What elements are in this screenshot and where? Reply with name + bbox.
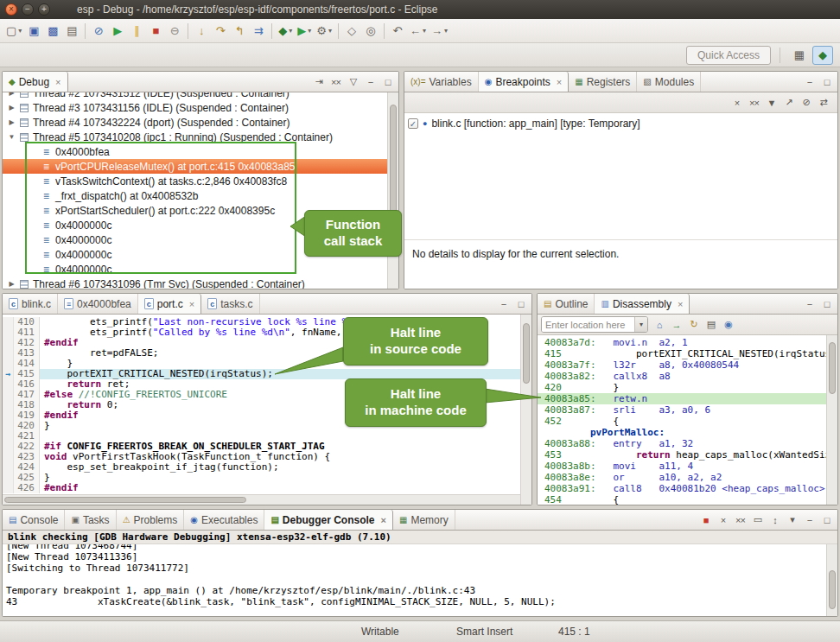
stack-frame-row[interactable]: ≡0x4000bfea: [3, 144, 387, 159]
remove-all-breakpoints-icon[interactable]: ××: [747, 95, 761, 111]
remove-breakpoint-icon[interactable]: ×: [729, 95, 744, 111]
stack-frame-row[interactable]: ≡vTaskSwitchContext() at tasks.c:2,846 0…: [3, 174, 387, 188]
bp-tab-modules[interactable]: ▧Modules: [637, 72, 701, 92]
search-button[interactable]: ◎: [361, 22, 380, 41]
link-with-debug-view-icon[interactable]: ⇄: [816, 95, 830, 111]
thread-row[interactable]: ▶Thread #6 1073431096 (Tmr Svc) (Suspend…: [3, 277, 387, 289]
minimize-view-icon[interactable]: −: [496, 296, 511, 312]
disassembly-line[interactable]: 40083a8b: movi a11, 4: [538, 461, 826, 472]
editor-horizontal-scrollbar[interactable]: [3, 494, 520, 505]
maximize-view-icon[interactable]: □: [819, 512, 834, 528]
close-tab-icon[interactable]: ×: [189, 299, 194, 309]
open-perspective-button[interactable]: ▦: [789, 46, 810, 65]
combo-dropdown-icon[interactable]: ▾: [634, 317, 647, 332]
disassembly-line[interactable]: 40083a82: callx8 a8: [538, 371, 826, 382]
stack-frame-row[interactable]: ≡0x4000000c: [3, 262, 387, 277]
scrollbar-thumb[interactable]: [4, 497, 246, 503]
window-minimize-button[interactable]: −: [22, 3, 34, 16]
breakpoint-checkbox[interactable]: ✓: [408, 118, 418, 129]
save-all-button[interactable]: ▩: [43, 22, 62, 41]
disassembly-content[interactable]: 40083a7d: movi.n a2, 1415 portEXIT_CRITI…: [538, 335, 837, 505]
close-tab-icon[interactable]: ×: [557, 77, 562, 87]
console-tab-tasks[interactable]: ▣Tasks: [65, 510, 116, 530]
skip-all-breakpoints-icon[interactable]: ⊘: [799, 95, 813, 111]
console-tab-console[interactable]: ▤Console: [3, 510, 65, 530]
back-button[interactable]: ←▾: [407, 22, 429, 41]
disassembly-line[interactable]: 40083a8e: or a10, a2, a2: [538, 472, 826, 483]
save-button[interactable]: ▣: [24, 22, 43, 41]
console-tab-memory[interactable]: ▦Memory: [393, 510, 455, 530]
scrollbar-thumb[interactable]: [523, 323, 530, 384]
track-expression-icon[interactable]: ◉: [721, 317, 735, 333]
code-line-426[interactable]: 426#endif: [3, 483, 520, 493]
maximize-view-icon[interactable]: □: [380, 74, 395, 90]
debug-perspective-button[interactable]: ◆: [812, 46, 833, 65]
minimize-view-icon[interactable]: −: [802, 512, 817, 528]
terminate-button[interactable]: ■: [146, 22, 165, 41]
disconnect-button[interactable]: ⊖: [165, 22, 184, 41]
stack-frame-row[interactable]: ≡_frxt_dispatch() at 0x4008532b: [3, 188, 387, 203]
thread-row[interactable]: ▶Thread #3 1073431156 (IDLE) (Suspended …: [3, 100, 387, 115]
editor-tab-blink-c[interactable]: cblink.c: [3, 294, 58, 314]
scrollbar-thumb[interactable]: [829, 570, 836, 609]
maximize-view-icon[interactable]: □: [819, 296, 834, 312]
console-tab-problems[interactable]: ⚠Problems: [117, 510, 185, 530]
disasm-tab-disassembly[interactable]: ▥Disassembly×: [595, 294, 690, 314]
new-project-button[interactable]: ◇: [342, 22, 361, 41]
terminate-icon[interactable]: ■: [698, 512, 713, 528]
disassembly-line[interactable]: 40083a7d: movi.n a2, 1: [538, 337, 826, 348]
home-icon[interactable]: ⌂: [652, 317, 666, 333]
twisty-collapsed-icon[interactable]: ▶: [6, 104, 17, 111]
disassembly-scrollbar[interactable]: [826, 335, 837, 505]
editor-tab-0x4000bfea[interactable]: ≡0x4000bfea: [58, 294, 138, 314]
minimize-view-icon[interactable]: −: [802, 296, 817, 312]
window-close-button[interactable]: ×: [5, 3, 17, 16]
editor-tab-tasks-c[interactable]: ctasks.c: [201, 294, 259, 314]
new-wizard-button[interactable]: ▢▾: [3, 22, 24, 41]
go-to-file-for-breakpoint-icon[interactable]: ↗: [781, 95, 796, 111]
scrollbar-thumb[interactable]: [829, 342, 836, 394]
use-step-filters-icon[interactable]: ⇥: [311, 74, 326, 90]
refresh-view-icon[interactable]: ↻: [686, 317, 701, 333]
disassembly-halt-line[interactable]: 40083a85: retw.n: [538, 393, 826, 404]
last-edit-location-button[interactable]: ↶: [388, 22, 407, 41]
thread-row[interactable]: ▼Thread #5 1073410208 (ipc1 : Running) (…: [3, 130, 387, 144]
debug-tab-debug[interactable]: ◆Debug×: [3, 72, 68, 92]
disassembly-line[interactable]: 452 {: [538, 416, 826, 427]
instruction-stepping-button[interactable]: ⇉: [249, 22, 268, 41]
disassembly-line[interactable]: 453 return heap_caps_malloc(xWantedSize: [538, 449, 826, 461]
show-opcodes-icon[interactable]: ▤: [703, 317, 718, 333]
maximize-view-icon[interactable]: □: [819, 74, 834, 90]
console-scrollbar[interactable]: [826, 544, 837, 616]
quick-access-button[interactable]: Quick Access: [686, 46, 771, 65]
thread-row[interactable]: ▶Thread #4 1073432224 (dport) (Suspended…: [3, 115, 387, 130]
resume-button[interactable]: ▶: [108, 22, 127, 41]
window-maximize-button[interactable]: +: [38, 3, 50, 16]
twisty-collapsed-icon[interactable]: ▶: [6, 118, 17, 126]
location-combo[interactable]: ▾: [541, 316, 648, 333]
disassembly-line[interactable]: 40083a7f: l32r a8, 0x40080544: [538, 359, 826, 371]
debug-button[interactable]: ◆▾: [276, 22, 295, 41]
step-into-button[interactable]: ↓: [192, 22, 211, 41]
close-tab-icon[interactable]: ×: [55, 77, 60, 87]
remove-all-terminated-icon[interactable]: ××: [328, 74, 343, 90]
suspend-button[interactable]: ∥: [127, 22, 146, 41]
code-line-424[interactable]: 424 esp_set_breakpoint_if_jtag(function)…: [3, 462, 520, 473]
run-button[interactable]: ▶▾: [295, 22, 314, 41]
close-tab-icon[interactable]: ×: [678, 299, 683, 309]
disassembly-line[interactable]: 420 }: [538, 382, 826, 393]
scroll-lock-icon[interactable]: ↕: [767, 512, 782, 528]
twisty-expanded-icon[interactable]: ▼: [6, 133, 17, 141]
stack-frame-row-selected[interactable]: ≡vPortCPUReleaseMutex() at port.c:415 0x…: [3, 159, 387, 174]
show-breakpoints-for-selection-icon[interactable]: ▼: [764, 95, 779, 111]
remove-launch-icon[interactable]: ×: [716, 512, 730, 528]
step-over-button[interactable]: ↷: [211, 22, 230, 41]
minimize-view-icon[interactable]: −: [363, 74, 378, 90]
jump-to-pc-icon[interactable]: →: [669, 317, 684, 333]
step-return-button[interactable]: ↰: [230, 22, 249, 41]
breakpoint-item[interactable]: ✓●blink.c [function: app_main] [type: Te…: [404, 116, 837, 131]
bp-tab-breakpoints[interactable]: ◉Breakpoints×: [479, 72, 570, 92]
print-button[interactable]: ▤: [62, 22, 81, 41]
forward-button[interactable]: →▾: [429, 22, 450, 41]
disassembly-line[interactable]: 40083a91: call8 0x40081b20 <heap_caps_ma…: [538, 483, 826, 494]
